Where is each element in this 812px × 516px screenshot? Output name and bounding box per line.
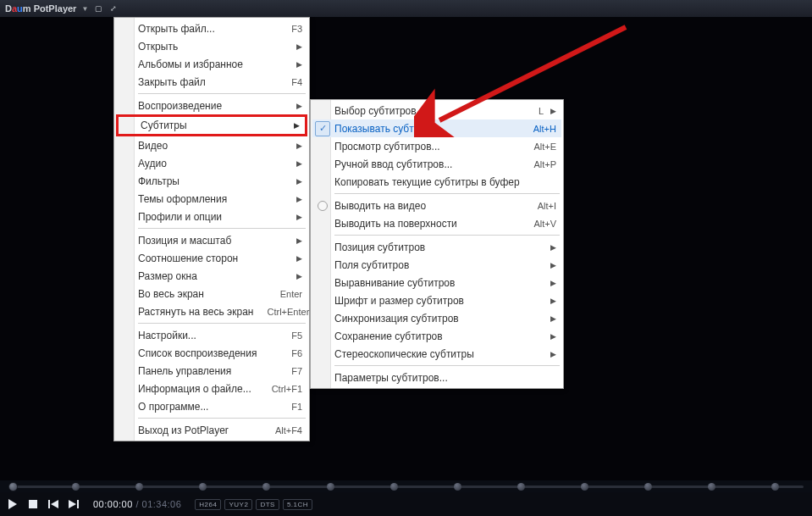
menu-item[interactable]: Воспроизведение▶	[116, 97, 307, 114]
menu-item-shortcut: Alt+F4	[262, 425, 302, 436]
submenu-arrow-icon: ▶	[296, 213, 302, 221]
seek-chapter-marker[interactable]	[262, 483, 270, 491]
menu-item-shortcut: F1	[278, 402, 302, 412]
menu-item-label: Синхронизация субтитров	[334, 313, 544, 325]
menu-item-label: Панель управления	[138, 365, 278, 377]
menu-item[interactable]: Выводить на видеоAlt+I	[312, 197, 561, 214]
menu-item[interactable]: Панель управленияF7	[116, 362, 307, 380]
menu-item[interactable]: Информация о файле...Ctrl+F1	[116, 380, 307, 397]
menu-item-shortcut: F6	[278, 348, 302, 358]
menu-item-label: Стереоскопические субтитры	[334, 348, 544, 360]
menu-item[interactable]: Позиция субтитров▶	[312, 238, 561, 256]
minimize-button[interactable]: ▢	[91, 3, 105, 14]
menu-item[interactable]: Размер окна▶	[116, 267, 307, 285]
prev-button[interactable]	[47, 498, 59, 510]
menu-item[interactable]: Фильтры▶	[116, 172, 307, 190]
submenu-arrow-icon: ▶	[296, 42, 302, 51]
menu-item-shortcut: Alt+P	[520, 159, 556, 169]
submenu-arrow-icon: ▶	[294, 121, 300, 130]
stop-button[interactable]	[27, 498, 39, 510]
menu-item-label: Растянуть на весь экран	[138, 306, 253, 318]
menu-item[interactable]: Ручной ввод субтитров...Alt+P	[312, 155, 561, 173]
menu-item[interactable]: Открыть▶	[116, 37, 307, 55]
menu-item[interactable]: Стереоскопические субтитры▶	[312, 345, 561, 363]
menu-item-label: Фильтры	[138, 175, 290, 187]
submenu-arrow-icon: ▶	[296, 141, 302, 150]
menu-item-label: Профили и опции	[138, 211, 290, 223]
menu-item-label: Соотношение сторон	[138, 252, 290, 264]
menu-item[interactable]: Параметры субтитров...	[312, 369, 561, 386]
menu-item[interactable]: Альбомы и избранное▶	[116, 55, 307, 73]
menu-item[interactable]: Профили и опции▶	[116, 208, 307, 225]
menu-item-label: Открыть файл...	[138, 23, 278, 35]
menu-item-label: Показывать субтитры	[334, 123, 520, 135]
control-bar: 00:00:00 / 01:34:06 H264YUY2DTS5.1CH	[0, 492, 812, 516]
seek-chapter-marker[interactable]	[327, 483, 334, 491]
seek-chapter-marker[interactable]	[72, 483, 80, 491]
seek-chapter-marker[interactable]	[644, 483, 652, 491]
menu-item[interactable]: Растянуть на весь экранCtrl+Enter	[116, 302, 307, 320]
menu-item[interactable]: Поля субтитров▶	[312, 256, 561, 274]
menu-item-shortcut: L	[525, 106, 544, 116]
menu-item[interactable]: Субтитры▶	[116, 114, 307, 136]
menu-item-label: Выход из PotPlayer	[138, 424, 262, 436]
seek-chapter-marker[interactable]	[708, 483, 715, 491]
menu-item[interactable]: Соотношение сторон▶	[116, 249, 307, 267]
menu-separator	[334, 235, 560, 236]
seek-chapter-marker[interactable]	[390, 483, 398, 491]
menu-item[interactable]: Настройки...F5	[116, 326, 307, 344]
menu-item-label: Сохранение субтитров	[334, 330, 544, 342]
menu-item[interactable]: Список воспроизведенияF6	[116, 344, 307, 362]
menu-item-label: Субтитры	[141, 119, 287, 131]
title-dropdown-icon[interactable]: ▼	[81, 5, 88, 13]
expand-button[interactable]: ⤢	[107, 3, 120, 14]
seek-chapter-marker[interactable]	[135, 483, 143, 491]
menu-item-shortcut: F4	[278, 77, 302, 87]
menu-item[interactable]: Во весь экранEnter	[116, 285, 307, 302]
codec-badge: YUY2	[224, 499, 252, 510]
menu-item-label: Список воспроизведения	[138, 347, 278, 359]
next-button[interactable]	[68, 498, 80, 510]
menu-item[interactable]: Выравнивание субтитров▶	[312, 274, 561, 291]
seek-thumb[interactable]	[8, 482, 18, 491]
menu-item-label: Шрифт и размер субтитров	[334, 295, 544, 307]
menu-item[interactable]: Темы оформления▶	[116, 190, 307, 208]
menu-separator	[138, 228, 306, 229]
svg-rect-1	[29, 500, 37, 508]
seek-track[interactable]	[8, 485, 804, 488]
menu-item[interactable]: Открыть файл...F3	[116, 19, 307, 37]
menu-item[interactable]: Шрифт и размер субтитров▶	[312, 291, 561, 309]
seek-bar[interactable]	[0, 480, 812, 492]
menu-item[interactable]: Видео▶	[116, 136, 307, 154]
menu-item-label: Копировать текущие субтитры в буфер	[334, 176, 556, 188]
codec-badge: H264	[195, 499, 221, 510]
seek-chapter-marker[interactable]	[581, 483, 588, 491]
menu-item[interactable]: Аудио▶	[116, 154, 307, 172]
menu-item[interactable]: Позиция и масштаб▶	[116, 231, 307, 249]
menu-item[interactable]: Синхронизация субтитров▶	[312, 309, 561, 327]
menu-item-label: Настройки...	[138, 330, 278, 341]
menu-item-label: Позиция и масштаб	[138, 235, 290, 247]
play-button[interactable]	[7, 498, 19, 510]
menu-item-shortcut: F7	[278, 366, 302, 376]
menu-item[interactable]: Сохранение субтитров▶	[312, 327, 561, 345]
menu-item[interactable]: Закрыть файлF4	[116, 73, 307, 91]
menu-item[interactable]: Копировать текущие субтитры в буфер	[312, 173, 561, 191]
menu-item[interactable]: Выводить на поверхностиAlt+V	[312, 214, 561, 232]
menu-item[interactable]: Выбор субтитровL▶	[312, 102, 561, 119]
menu-item-label: Параметры субтитров...	[334, 372, 556, 384]
menu-item[interactable]: О программе...F1	[116, 397, 307, 415]
time-display: 00:00:00 / 01:34:06	[93, 499, 181, 509]
seek-chapter-marker[interactable]	[199, 483, 207, 491]
menu-item[interactable]: Просмотр субтитров...Alt+E	[312, 137, 561, 155]
menu-item-label: О программе...	[138, 401, 278, 413]
menu-item[interactable]: ✓Показывать субтитрыAlt+H	[312, 119, 561, 137]
menu-item[interactable]: Выход из PotPlayerAlt+F4	[116, 421, 307, 439]
menu-separator	[138, 93, 306, 94]
check-icon: ✓	[315, 121, 330, 136]
menu-item-shortcut: Alt+V	[520, 219, 556, 229]
seek-chapter-marker[interactable]	[454, 483, 461, 491]
submenu-arrow-icon: ▶	[550, 243, 556, 252]
seek-chapter-marker[interactable]	[517, 483, 525, 491]
seek-chapter-marker[interactable]	[771, 483, 779, 491]
